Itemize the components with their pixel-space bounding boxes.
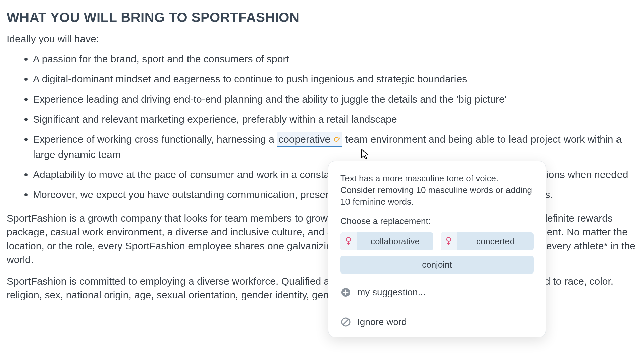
ignore-icon [340,317,351,327]
suggestion-label: concerted [457,236,534,247]
svg-point-1 [339,137,340,138]
svg-line-13 [343,319,348,325]
choose-replacement-label: Choose a replacement: [340,216,534,226]
svg-point-2 [339,138,340,139]
svg-point-3 [346,237,351,241]
suggestion-chip-collaborative[interactable]: collaborative [340,232,433,250]
section-heading: WHAT YOU WILL BRING TO SPORTFASHION [7,10,637,25]
tone-advice-text: Text has a more masculine tone of voice.… [340,173,534,208]
suggestion-popover: Text has a more masculine tone of voice.… [328,161,546,337]
ignore-word-label: Ignore word [357,317,407,327]
intro-line: Ideally you will have: [7,33,637,45]
my-suggestion-label: my suggestion... [357,287,426,298]
suggestion-chip-concerted[interactable]: concerted [441,232,534,250]
female-icon [441,232,457,250]
list-item: A digital-dominant mindset and eagerness… [33,72,637,86]
suggestion-row: collaborative concerted [340,232,534,250]
female-icon [340,232,357,250]
svg-point-0 [334,137,338,141]
suggestion-label: collaborative [357,236,433,247]
ignore-word-button[interactable]: Ignore word [340,310,534,330]
document-page: WHAT YOU WILL BRING TO SPORTFASHION Idea… [0,0,644,316]
suggestion-chip-conjoint[interactable]: conjoint [340,256,534,274]
suggestion-row: conjoint [340,256,534,274]
flagged-word-text: cooperative [278,134,330,145]
suggestion-label: conjoint [340,260,534,270]
list-item: Significant and relevant marketing exper… [33,112,637,126]
my-suggestion-button[interactable]: my suggestion... [340,280,534,304]
flagged-word-cooperative[interactable]: cooperative [277,132,342,147]
text-fragment: Experience of working cross functionally… [33,134,277,145]
plus-circle-icon [340,287,351,298]
list-item: A passion for the brand, sport and the c… [33,52,637,66]
list-item: Experience leading and driving end-to-en… [33,92,637,106]
list-item: Experience of working cross functionally… [33,132,637,162]
svg-point-6 [447,237,451,241]
lightbulb-icon [332,135,341,145]
